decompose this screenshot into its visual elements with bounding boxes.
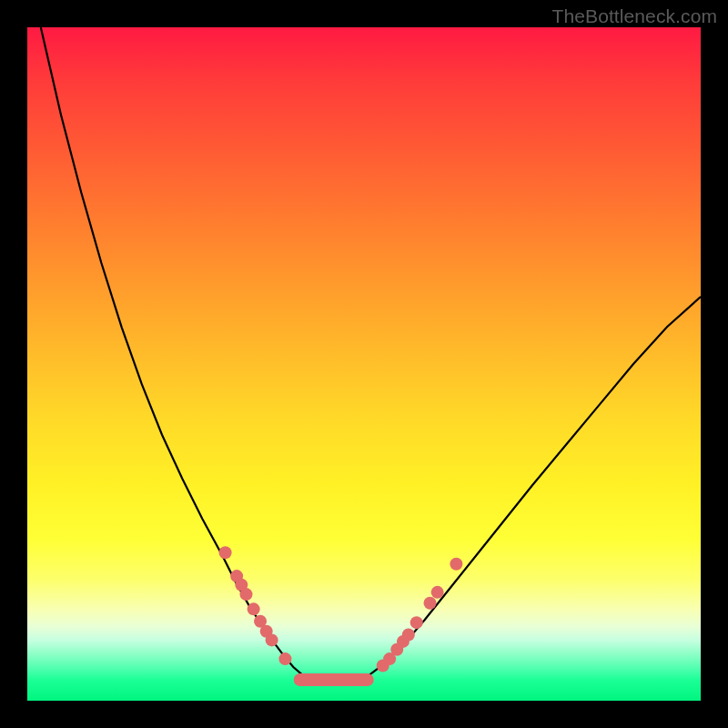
marker-dot (278, 652, 291, 665)
marker-dot (431, 586, 444, 599)
marker-dot (450, 558, 462, 571)
chart-svg (27, 27, 701, 701)
marker-dot (248, 602, 260, 615)
bottleneck-curve (41, 27, 701, 684)
marker-dot (410, 616, 423, 629)
plot-area (27, 27, 701, 701)
chart-frame: TheBottleneck.com (0, 0, 728, 728)
marker-dot (266, 633, 278, 646)
marker-dot (402, 628, 415, 641)
marker-dot (240, 588, 253, 601)
watermark-text: TheBottleneck.com (552, 5, 717, 27)
marker-dot (219, 546, 232, 559)
marker-dot (424, 597, 437, 610)
